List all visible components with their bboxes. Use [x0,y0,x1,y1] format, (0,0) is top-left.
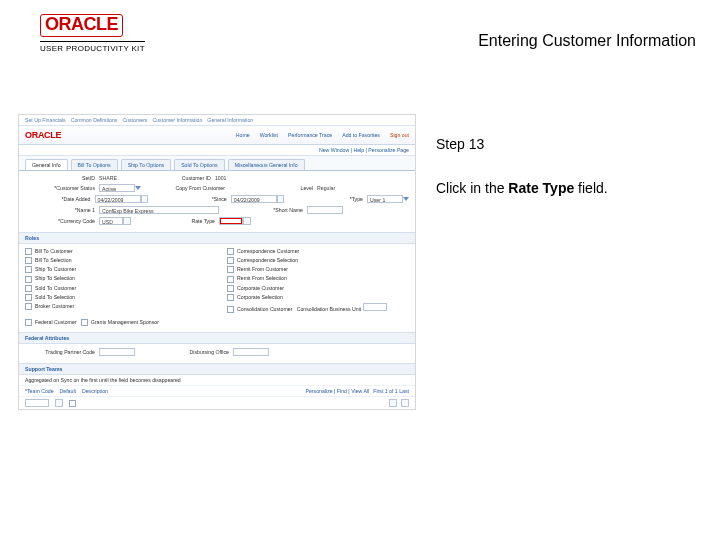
trading-partner-field[interactable] [99,348,135,356]
calendar-icon[interactable] [141,195,149,203]
breadcrumb-item[interactable]: General Information [207,117,253,123]
status-label: *Customer Status [25,185,95,191]
step-label: Step 13 [436,136,696,152]
chevron-down-icon[interactable] [403,197,409,201]
role-option[interactable]: Sold To Customer [25,285,207,292]
type-field[interactable]: User 1 [367,195,403,203]
chevron-down-icon[interactable] [135,186,141,190]
level-value: Regular [317,185,335,191]
tab-sold-to[interactable]: Sold To Options [174,159,225,170]
checkbox-icon[interactable] [25,257,32,264]
since-field[interactable]: 04/22/2009 [231,195,277,203]
calendar-icon[interactable] [277,195,285,203]
checkbox-icon[interactable] [227,257,234,264]
support-teams-title: Support Teams [19,363,415,375]
roles-options: Bill To Customer Bill To Selection Ship … [19,244,415,319]
disbursing-field[interactable] [233,348,269,356]
step-text: Click in the Rate Type field. [436,180,696,196]
tab-general-info[interactable]: General Info [25,159,68,170]
teams-grid-header: *Team Code Default Description Personali… [19,385,415,396]
team-code-col: *Team Code [25,388,54,394]
lookup-icon[interactable] [55,399,63,407]
grid-personalize-link[interactable]: Personalize | Find | View All [306,388,370,394]
currency-field[interactable]: USD [99,217,123,225]
role-option[interactable]: Broker Customer [25,303,207,310]
header-form: SetID SHARE Customer ID 1001 *Customer S… [19,171,415,232]
nav-link-worklist[interactable]: Worklist [260,132,278,138]
role-option[interactable]: Correspondence Customer [227,248,409,255]
checkbox-icon[interactable] [25,303,32,310]
delete-row-icon[interactable] [401,399,409,407]
checkbox-icon[interactable] [227,285,234,292]
checkbox-icon[interactable] [227,248,234,255]
checkbox-icon[interactable] [25,319,32,326]
address-section-title: Address Locations [19,409,415,410]
disbursing-label: Disbursing Office [159,349,229,355]
breadcrumb-item[interactable]: Common Definitions [71,117,118,123]
rate-type-label: Rate Type [155,218,215,224]
checkbox-icon[interactable] [227,306,234,313]
role-option[interactable]: Remit From Selection [227,275,409,282]
role-option[interactable]: Consolidation Customer Consolidation Bus… [227,303,409,313]
name-label: *Name 1 [25,207,95,213]
checkbox-icon[interactable] [227,276,234,283]
setid-value: SHARE [99,175,117,181]
breadcrumb-item[interactable]: Set Up Financials [25,117,66,123]
nav-link-home[interactable]: Home [236,132,250,138]
customerid-value: 1001 [215,175,227,181]
role-option[interactable]: Bill To Customer [25,248,207,255]
roles-section-title: Roles [19,232,415,244]
federal-customer-option[interactable]: Federal Customer Grants Management Spons… [25,319,409,326]
instruction-panel: Step 13 Click in the Rate Type field. [436,136,696,196]
checkbox-icon[interactable] [69,400,76,407]
checkbox-icon[interactable] [227,294,234,301]
checkbox-icon[interactable] [25,294,32,301]
grid-count: First 1 of 1 Last [373,388,409,394]
lookup-icon[interactable] [243,217,251,225]
checkbox-icon[interactable] [25,276,32,283]
shortname-field[interactable] [307,206,343,214]
aggregate-note: Aggregated on Sync on the first until th… [19,375,415,385]
tab-bar: General Info Bill To Options Ship To Opt… [19,156,415,171]
lookup-icon[interactable] [123,217,131,225]
name-field[interactable]: ConfExp Bike Express [99,206,219,214]
nav-link-fav[interactable]: Add to Favorites [342,132,380,138]
since-label: *Since [171,196,227,202]
app-header: ORACLE Home Worklist Performance Trace A… [19,126,415,145]
checkbox-icon[interactable] [25,266,32,273]
role-option[interactable]: Correspondence Selection [227,257,409,264]
checkbox-icon[interactable] [227,266,234,273]
breadcrumb: Set Up Financials Common Definitions Cus… [19,115,415,126]
add-row-icon[interactable] [389,399,397,407]
tab-ship-to[interactable]: Ship To Options [121,159,172,170]
status-field[interactable]: Active [99,184,135,192]
app-brand: ORACLE [25,130,61,140]
nav-link-signout[interactable]: Sign out [390,132,409,138]
type-label: *Type [307,196,363,202]
role-option[interactable]: Corporate Selection [227,294,409,301]
description-col: Description [82,388,108,394]
tab-misc[interactable]: Miscellaneous General Info [228,159,305,170]
app-screenshot: Set Up Financials Common Definitions Cus… [18,114,416,410]
role-option[interactable]: Ship To Customer [25,266,207,273]
role-option[interactable]: Remit From Customer [227,266,409,273]
date-added-field[interactable]: 04/22/2009 [95,195,141,203]
default-col: Default [60,388,76,394]
team-code-field[interactable] [25,399,49,407]
role-option[interactable]: Corporate Customer [227,285,409,292]
role-option[interactable]: Bill To Selection [25,257,207,264]
currency-label: *Currency Code [25,218,95,224]
subbar-links[interactable]: New Window | Help | Personalize Page [19,145,415,156]
tab-bill-to[interactable]: Bill To Options [71,159,118,170]
breadcrumb-item[interactable]: Customer Information [152,117,202,123]
nav-link-perf[interactable]: Performance Trace [288,132,332,138]
checkbox-icon[interactable] [81,319,88,326]
checkbox-icon[interactable] [25,248,32,255]
brand-logo: ORACLE USER PRODUCTIVITY KIT [40,14,145,53]
role-option[interactable]: Ship To Selection [25,275,207,282]
role-option[interactable]: Sold To Selection [25,294,207,301]
rate-type-field[interactable] [219,217,243,225]
consol-bu-field[interactable] [363,303,387,311]
checkbox-icon[interactable] [25,285,32,292]
breadcrumb-item[interactable]: Customers [122,117,147,123]
